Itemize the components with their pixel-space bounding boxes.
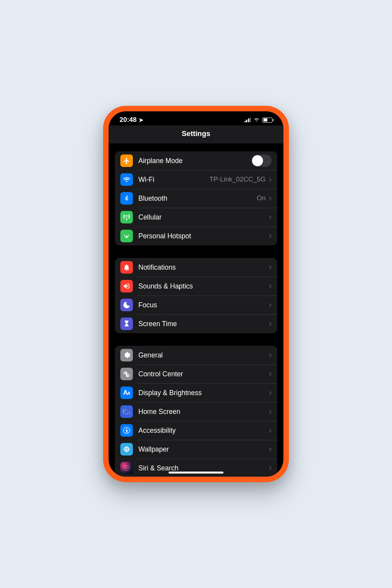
settings-row-focus[interactable]: Focus› — [115, 296, 277, 314]
row-value: TP-Link_02CC_5G — [209, 176, 266, 183]
chevron-right-icon: › — [269, 282, 272, 290]
row-label: Siri & Search — [138, 464, 269, 472]
status-bar: 20:48 ➤ — [109, 111, 283, 125]
chevron-right-icon: › — [269, 426, 272, 435]
battery-icon — [262, 118, 272, 123]
row-label: Home Screen — [138, 408, 269, 416]
settings-group: Notifications›Sounds & Haptics›Focus›Scr… — [115, 258, 277, 333]
settings-row-siri[interactable]: Siri & Search› — [115, 459, 277, 477]
airplane-icon — [120, 154, 133, 167]
settings-row-accessibility[interactable]: Accessibility› — [115, 421, 277, 440]
wifi-status-icon — [253, 117, 260, 123]
home-grid-icon — [120, 405, 133, 418]
settings-row-screentime[interactable]: Screen Time› — [115, 314, 277, 333]
row-label: Wallpaper — [138, 445, 269, 454]
row-label: Cellular — [138, 213, 269, 221]
home-indicator[interactable] — [169, 472, 223, 474]
row-label: Control Center — [138, 370, 269, 378]
chevron-right-icon: › — [269, 407, 272, 416]
row-label: Focus — [138, 301, 269, 309]
settings-row-notifications[interactable]: Notifications› — [115, 258, 277, 277]
chevron-right-icon: › — [269, 301, 272, 309]
settings-row-hotspot[interactable]: Personal Hotspot› — [115, 227, 277, 245]
accessibility-icon — [120, 424, 133, 437]
chevron-right-icon: › — [269, 351, 272, 359]
settings-group: Airplane ModeWi-FiTP-Link_02CC_5G›Blueto… — [115, 151, 277, 245]
row-label: Airplane Mode — [138, 157, 251, 165]
hourglass-icon — [120, 318, 133, 330]
speaker-icon — [120, 280, 133, 292]
moon-icon — [120, 299, 133, 311]
settings-row-cellular[interactable]: Cellular› — [115, 208, 277, 227]
flower-icon — [120, 443, 133, 456]
settings-row-display[interactable]: AADisplay & Brightness› — [115, 383, 277, 402]
settings-row-wifi[interactable]: Wi-FiTP-Link_02CC_5G› — [115, 170, 277, 189]
settings-row-sounds[interactable]: Sounds & Haptics› — [115, 277, 277, 296]
bluetooth-icon — [120, 192, 133, 205]
row-value: On — [257, 194, 266, 202]
settings-row-controlcenter[interactable]: Control Center› — [115, 365, 277, 383]
switches-icon — [120, 368, 133, 380]
screen: 20:48 ➤ Settings Airplane ModeWi-FiTP-Li… — [109, 111, 283, 477]
text-size-icon: AA — [120, 387, 133, 399]
row-label: Display & Brightness — [138, 389, 269, 397]
settings-group: General›Control Center›AADisplay & Brigh… — [115, 346, 277, 477]
row-label: Bluetooth — [138, 194, 257, 203]
settings-row-general[interactable]: General› — [115, 346, 277, 365]
gear-icon — [120, 349, 133, 361]
chevron-right-icon: › — [269, 213, 272, 221]
chevron-right-icon: › — [269, 232, 272, 240]
chevron-right-icon: › — [269, 194, 272, 203]
chevron-right-icon: › — [269, 370, 272, 378]
page-title: Settings — [109, 129, 283, 138]
chevron-right-icon: › — [269, 175, 272, 184]
bell-icon — [120, 261, 133, 274]
antenna-icon — [120, 211, 133, 223]
row-label: Personal Hotspot — [138, 232, 269, 240]
row-label: Screen Time — [138, 320, 269, 328]
settings-row-homescreen[interactable]: Home Screen› — [115, 402, 277, 421]
row-label: Accessibility — [138, 426, 269, 435]
row-label: Notifications — [138, 263, 269, 272]
settings-list[interactable]: Airplane ModeWi-FiTP-Link_02CC_5G›Blueto… — [109, 143, 283, 477]
airplane-toggle[interactable] — [251, 154, 272, 167]
cellular-signal-icon — [245, 118, 251, 122]
settings-row-bluetooth[interactable]: BluetoothOn› — [115, 189, 277, 208]
location-arrow-icon: ➤ — [139, 117, 143, 123]
header: Settings — [109, 125, 283, 143]
wifi-icon — [120, 173, 133, 186]
settings-row-airplane[interactable]: Airplane Mode — [115, 151, 277, 170]
hotspot-icon — [120, 230, 133, 242]
chevron-right-icon: › — [269, 388, 272, 397]
row-label: General — [138, 351, 269, 359]
chevron-right-icon: › — [269, 319, 272, 328]
row-label: Sounds & Haptics — [138, 282, 269, 290]
row-label: Wi-Fi — [138, 176, 209, 184]
siri-icon — [120, 462, 133, 474]
phone-frame: 20:48 ➤ Settings Airplane ModeWi-FiTP-Li… — [103, 106, 289, 482]
chevron-right-icon: › — [269, 445, 272, 454]
chevron-right-icon: › — [269, 464, 272, 472]
status-time: 20:48 — [120, 116, 136, 124]
settings-row-wallpaper[interactable]: Wallpaper› — [115, 440, 277, 459]
chevron-right-icon: › — [269, 263, 272, 272]
